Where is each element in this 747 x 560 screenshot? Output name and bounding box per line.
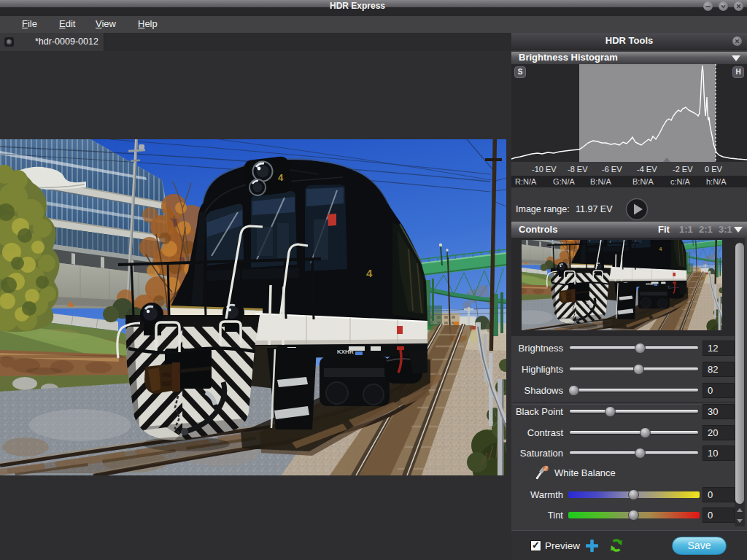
svg-text:KXHR: KXHR	[337, 349, 354, 355]
svg-text:4: 4	[278, 172, 284, 183]
svg-text:4: 4	[366, 267, 373, 279]
